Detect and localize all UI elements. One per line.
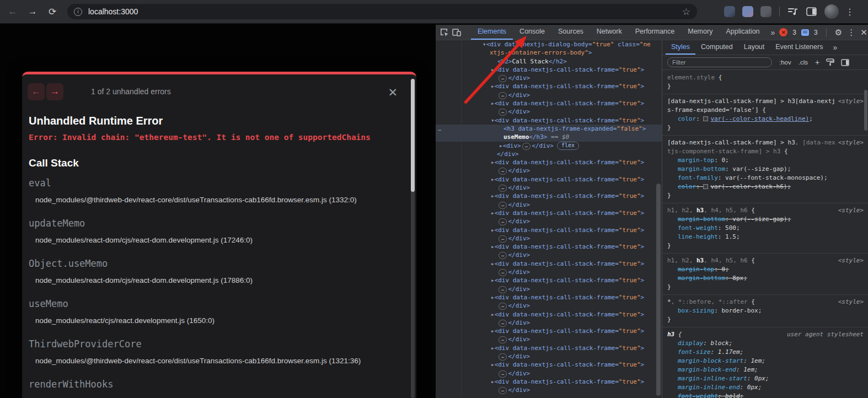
dom-tree-line[interactable]: ▸<div data-nextjs-call-stack-frame="true… [436, 260, 662, 268]
rule-origin-link[interactable]: user agent stylesheet [787, 330, 864, 339]
dom-tree-line[interactable]: …</div> [436, 386, 662, 394]
style-rule[interactable]: <style>[data-nextjs-call-stack-frame] > … [662, 136, 868, 203]
extension-icon[interactable] [760, 6, 771, 17]
dom-tree-line[interactable]: …</div> [436, 352, 662, 361]
dom-tree-line[interactable]: ▸<div data-nextjs-call-stack-frame="true… [436, 226, 662, 234]
forward-button[interactable]: → [25, 4, 40, 19]
back-button[interactable]: ← [6, 4, 20, 19]
css-property[interactable]: margin-top: 0; [667, 156, 864, 165]
css-property[interactable]: box-sizing: border-box; [667, 306, 864, 315]
collapsed-content-ellipsis-icon[interactable]: … [499, 320, 507, 327]
dom-tree-line[interactable]: </div> [436, 150, 662, 158]
css-property[interactable]: margin-block-end: 1em; [667, 365, 864, 374]
more-panels-button[interactable]: » [767, 28, 780, 37]
dom-tree-line[interactable]: ▸<div data-nextjs-call-stack-frame="true… [436, 310, 662, 319]
dom-tree-line[interactable]: <h2>Call Stack</h2> [436, 57, 662, 66]
collapsed-content-ellipsis-icon[interactable]: … [499, 336, 507, 343]
site-info-icon[interactable]: i [74, 8, 82, 16]
collapsed-content-ellipsis-icon[interactable]: … [499, 353, 507, 361]
dom-tree-line[interactable]: …</div> [436, 217, 662, 225]
styles-tab-event-listeners[interactable]: Event Listeners [770, 40, 828, 55]
dom-tree-line[interactable]: ▸<div data-nextjs-call-stack-frame="true… [436, 209, 662, 217]
dom-tree-line[interactable]: ▸<div data-nextjs-call-stack-frame="true… [436, 327, 662, 335]
issue-count[interactable]: 3 [814, 29, 818, 36]
dom-tree-line[interactable]: …</div> [436, 91, 662, 99]
device-toolbar-button[interactable] [452, 26, 461, 39]
css-property[interactable]: font-size: 1.17em; [667, 348, 864, 357]
css-property[interactable]: margin-bottom: var(--size-gap); [667, 165, 864, 174]
css-property[interactable]: color: var(--color-stack-h6); [667, 182, 864, 191]
css-property[interactable]: margin-bottom: var(--size-gap); [667, 215, 864, 224]
dom-tree-line[interactable]: ▸<div data-nextjs-call-stack-frame="true… [436, 276, 662, 284]
dom-tree-line[interactable]: …</div> [436, 184, 662, 192]
devtools-tab-memory[interactable]: Memory [681, 25, 719, 40]
devtools-menu-button[interactable]: ⋮ [847, 28, 855, 37]
collapsed-content-ellipsis-icon[interactable]: … [499, 235, 507, 243]
styles-tab-styles[interactable]: Styles [666, 40, 695, 55]
collapsed-content-ellipsis-icon[interactable]: … [499, 370, 507, 378]
dom-tree-line[interactable]: ▸<div data-nextjs-call-stack-frame="true… [436, 361, 662, 369]
dom-tree-line[interactable]: …</div> [436, 74, 662, 82]
rule-origin-link[interactable]: <style> [838, 298, 864, 306]
reload-button[interactable]: ⟳ [45, 4, 60, 19]
dom-tree-line[interactable]: …</div> [436, 268, 662, 276]
element-class-toggle[interactable]: .cls [799, 59, 808, 66]
dom-tree-line[interactable]: …</div> [436, 335, 662, 343]
dom-tree-line[interactable]: …</div> [436, 319, 662, 327]
dom-tree-line[interactable]: …</div> [436, 107, 662, 116]
dom-tree-line[interactable]: ▾<div data-nextjs-call-stack-frame="true… [436, 116, 662, 125]
collapsed-content-ellipsis-icon[interactable]: … [499, 168, 507, 175]
dom-tree-line[interactable]: …</div> [436, 201, 662, 209]
dom-tree-line[interactable]: …</div> [436, 251, 662, 259]
console-errors-icon[interactable]: ✕ [779, 28, 787, 36]
dom-tree-line[interactable]: …</div> [436, 369, 662, 378]
collapsed-content-ellipsis-icon[interactable]: … [499, 185, 507, 192]
flex-adorner-badge[interactable]: flex [557, 142, 579, 150]
url-text[interactable]: localhost:3000 [88, 7, 682, 16]
rule-origin-link[interactable]: <style> [838, 97, 864, 106]
collapsed-content-ellipsis-icon[interactable]: … [499, 303, 507, 310]
collapsed-content-ellipsis-icon[interactable]: … [499, 218, 507, 225]
browser-menu-button[interactable]: ⋮ [845, 7, 854, 17]
styles-tab-computed[interactable]: Computed [695, 40, 738, 55]
previous-error-button[interactable]: ← [28, 83, 45, 100]
css-property[interactable]: line-height: 1.5; [667, 233, 864, 241]
rule-origin-link[interactable]: <style> [838, 256, 864, 265]
close-dialog-button[interactable]: ✕ [388, 87, 398, 98]
extension-icon[interactable] [742, 6, 753, 17]
dialog-scrollbar-thumb[interactable] [411, 79, 415, 192]
devtools-close-button[interactable]: ✕ [860, 28, 867, 37]
css-property[interactable]: color: var(--color-stack-headline); [667, 115, 864, 123]
style-rule[interactable]: element.style {} [662, 71, 868, 94]
css-property[interactable]: font-weight: 500; [667, 224, 864, 233]
issues-icon[interactable] [801, 29, 809, 36]
devtools-tab-performance[interactable]: Performance [629, 25, 682, 40]
color-swatch[interactable] [703, 116, 708, 121]
styles-tab-layout[interactable]: Layout [738, 40, 770, 55]
collapsed-content-ellipsis-icon[interactable]: … [522, 143, 531, 150]
settings-gear-icon[interactable]: ⚙ [835, 28, 842, 37]
styles-scrollbar-thumb[interactable] [864, 90, 867, 131]
css-property[interactable]: margin-block-start: 1em; [667, 357, 864, 365]
css-property[interactable]: font-family: var(--font-stack-monospace)… [667, 174, 864, 182]
collapsed-content-ellipsis-icon[interactable]: … [499, 202, 507, 209]
style-rule[interactable]: <style>h1, h2, h3, h4, h5, h6 {margin-bo… [662, 203, 868, 254]
profile-avatar[interactable] [824, 4, 839, 19]
dom-tree-line[interactable]: xtjs-container-errors-body"> [436, 49, 662, 57]
rule-origin-link[interactable]: <style> [838, 206, 864, 215]
collapsed-content-ellipsis-icon[interactable]: … [499, 387, 507, 394]
color-swatch[interactable] [703, 184, 708, 189]
styles-filter-input[interactable] [667, 57, 772, 67]
dom-tree-line[interactable]: …</div> [436, 302, 662, 310]
devtools-tab-sources[interactable]: Sources [551, 25, 590, 40]
dom-tree-line[interactable]: …</div> [436, 234, 662, 243]
dom-tree-line[interactable]: ▸<div data-nextjs-call-stack-frame="true… [436, 158, 662, 166]
computed-sidebar-toggle[interactable] [841, 59, 849, 66]
next-error-button[interactable]: → [46, 83, 63, 100]
css-property[interactable]: margin-top: 0; [667, 265, 864, 274]
css-property[interactable]: margin-inline-start: 0px; [667, 374, 864, 383]
collapsed-content-ellipsis-icon[interactable]: … [499, 286, 507, 293]
devtools-tab-network[interactable]: Network [590, 25, 629, 40]
dom-tree-line[interactable]: ▸<div>…</div>flex [436, 142, 662, 150]
rendering-emulation-button[interactable] [826, 58, 834, 66]
